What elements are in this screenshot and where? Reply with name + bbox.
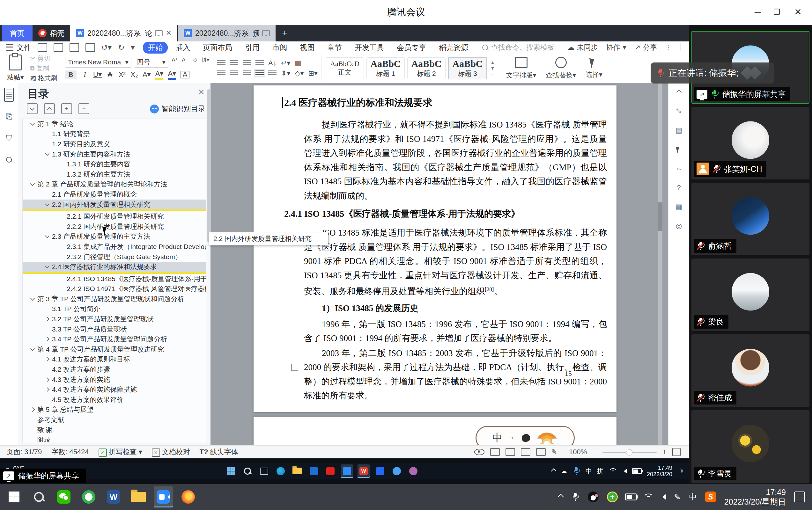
font-color-button[interactable]: A▾ xyxy=(168,69,176,80)
battery-icon[interactable] xyxy=(632,468,642,474)
view-mode-icon[interactable] xyxy=(521,448,530,456)
doc-proofing[interactable]: ✕文档校对 xyxy=(152,447,190,457)
outline-item[interactable]: 2.3.2 门径管理（Stage Gate System） xyxy=(23,252,206,262)
participant-tile[interactable]: 张笑妍-CH xyxy=(691,107,809,179)
columns-icon[interactable]: ▥ xyxy=(295,59,301,67)
style-正文[interactable]: AaBbCcD正文 xyxy=(326,57,364,79)
wrap-icon[interactable]: ↵▾ xyxy=(281,59,290,67)
docs-taskbar-icon[interactable] xyxy=(374,464,386,478)
caret-down-icon[interactable] xyxy=(30,347,35,351)
mail-taskbar-icon[interactable] xyxy=(308,464,320,478)
outline-item[interactable]: 1.3.1 研究的主要内容 xyxy=(23,159,206,169)
ribbon-tab-稻壳资源[interactable]: 稻壳资源 xyxy=(434,42,473,54)
outline-item[interactable]: 4.1 改进方案的原则和目标 xyxy=(23,355,206,365)
ime-mode[interactable]: 中 xyxy=(492,431,503,445)
caret-right-icon[interactable] xyxy=(45,337,50,341)
folder-taskbar-icon[interactable] xyxy=(129,486,148,507)
ribbon-tab-插入[interactable]: 插入 xyxy=(170,42,195,54)
outline-item[interactable]: 第 5 章 总结与展望 xyxy=(23,405,206,415)
sort-icon[interactable]: A↓ xyxy=(268,59,277,67)
export-icon[interactable] xyxy=(54,43,63,52)
increase-font-icon[interactable]: A⁺ xyxy=(171,57,179,67)
collapse-level-button[interactable]: − xyxy=(79,103,89,114)
document-area[interactable]: 2.4 医疗器械行业的标准和法规要求 提到医疗器械行业，就不得不提到国际标准 I… xyxy=(210,83,668,445)
bold-button[interactable]: B xyxy=(65,70,77,79)
outline-item[interactable]: 3.1 TP 公司简介 xyxy=(23,304,206,314)
missing-font[interactable]: T? 缺失字体 xyxy=(200,447,238,457)
shading-icon[interactable]: ◇▾ xyxy=(295,69,304,78)
number-list-icon[interactable] xyxy=(230,60,238,66)
document-scrollbar-track[interactable] xyxy=(658,83,662,445)
highlight-color-button[interactable]: A▾ xyxy=(155,69,164,80)
more-menu-icon[interactable]: ⋮ xyxy=(665,43,672,52)
document-page[interactable]: 2.4 医疗器械行业的标准和法规要求 提到医疗器械行业，就不得不提到国际标准 I… xyxy=(254,85,616,412)
outline-item[interactable]: 2.4.1 ISO 13485《医疗器械-质量管理体系-用于法规的要求》 xyxy=(23,274,206,284)
outline-item[interactable]: 致 谢 xyxy=(23,425,206,435)
cut-button[interactable]: ✂ 剪切 xyxy=(30,54,57,63)
netease-taskbar-icon[interactable] xyxy=(324,464,337,478)
outline-item[interactable]: 2.3.1 集成产品开发（Integrate Product Developme… xyxy=(23,242,206,252)
search-taskbar-icon[interactable] xyxy=(241,464,254,478)
document-scrollbar-thumb[interactable] xyxy=(658,202,662,231)
border-icon[interactable]: ⊞▾ xyxy=(308,69,317,78)
collapse-all-button[interactable] xyxy=(44,103,55,114)
eye-protect-icon[interactable] xyxy=(474,449,485,455)
tray-expand-icon[interactable] xyxy=(557,494,564,500)
participant-tile[interactable]: 密佳成 xyxy=(691,334,809,407)
maximize-button[interactable]: ❐ xyxy=(771,6,783,18)
wifi-icon[interactable] xyxy=(643,493,652,501)
speaker-icon[interactable] xyxy=(659,494,666,500)
outline-item[interactable]: 2.2 国内外研发质量管理相关研究 xyxy=(23,200,206,212)
ime-lang[interactable]: 中 xyxy=(585,467,592,475)
close-button[interactable]: ✕ xyxy=(791,6,804,18)
help-icon[interactable]: ? xyxy=(674,183,684,192)
taskbar-clock[interactable]: 17:49 2022/3/20 xyxy=(647,465,672,478)
participant-tile[interactable]: 李雪灵 xyxy=(691,410,809,483)
sync-status[interactable]: ☁未同步 xyxy=(568,43,598,52)
participant-tile[interactable]: 俞涵哲 xyxy=(691,183,809,255)
battery-icon[interactable] xyxy=(625,493,637,501)
ime-statusbar[interactable]: 中 ， xyxy=(475,426,575,445)
ribbon-tab-引用[interactable]: 引用 xyxy=(240,42,265,54)
fit-page-icon[interactable]: ⇔ xyxy=(674,164,684,173)
ribbon-tab-页面布局[interactable]: 页面布局 xyxy=(198,42,237,54)
align-right-icon[interactable] xyxy=(243,70,251,76)
pen-icon[interactable]: ✎ xyxy=(674,492,681,502)
word-count[interactable]: 字数: 45424 xyxy=(51,447,89,457)
mic-tray-icon[interactable] xyxy=(571,492,580,501)
copy-button[interactable]: ⧉ 复制 xyxy=(30,64,57,73)
underline-button[interactable]: U▾ xyxy=(93,70,102,79)
outline-item[interactable]: 第 2 章 产品研发质量管理的相关理论和方法 xyxy=(23,179,206,190)
wifi-icon[interactable] xyxy=(609,468,616,474)
zoom-slider-knob[interactable] xyxy=(626,449,633,455)
superscript-button[interactable]: X² xyxy=(118,70,126,79)
start-taskbar-icon[interactable] xyxy=(4,486,24,507)
tab-document-inactive[interactable]: W 20202480...济系_预答辩论文 xyxy=(178,25,276,41)
pinyin-icon[interactable]: 拼▾ xyxy=(202,57,209,67)
decrease-indent-icon[interactable] xyxy=(243,60,251,66)
qq-taskbar-icon[interactable] xyxy=(391,464,403,478)
outline-item[interactable]: 2.2.2 国内研发质量管理相关研究 xyxy=(23,221,206,232)
smart-outline-button[interactable]: 智能识别目录 xyxy=(150,104,205,114)
style-gallery-arrows[interactable]: ▲▼≡ xyxy=(490,61,495,76)
word-taskbar-icon[interactable]: W xyxy=(104,486,123,507)
outline-item[interactable]: 1.2 研究目的及意义 xyxy=(23,139,206,149)
onedrive-icon[interactable]: ☁ xyxy=(561,467,567,475)
mic-tray-icon[interactable] xyxy=(572,467,580,476)
action-center-icon[interactable] xyxy=(794,491,805,502)
bookmark-panel-icon[interactable]: ⛉ xyxy=(4,133,14,143)
music-taskbar-icon[interactable] xyxy=(407,464,419,478)
speaker-icon[interactable] xyxy=(621,469,627,474)
zoom-in-button[interactable]: + xyxy=(662,448,667,456)
outline-item[interactable]: 1.1 研究背景 xyxy=(23,129,206,139)
night-mode-icon[interactable]: ☽ xyxy=(677,467,683,475)
outline-item[interactable]: 3.2 TP 公司产品研发质量管理现状 xyxy=(23,314,206,324)
caret-down-icon[interactable] xyxy=(45,234,50,238)
caret-right-icon[interactable] xyxy=(45,357,50,361)
taskbar-clock[interactable]: 17:49 2022/3/20/星期日 xyxy=(724,487,786,507)
print-icon[interactable] xyxy=(69,43,79,52)
outline-item[interactable]: 第 4 章 TP 公司产品研发质量管理改进研究 xyxy=(23,344,206,355)
task-view-taskbar-icon[interactable] xyxy=(258,464,270,478)
outline-item[interactable]: 2.4.2 ISO 14971《医疗器械 风险管理对医疗器械的应用》 xyxy=(23,284,206,294)
outline-close-icon[interactable]: ✕ xyxy=(198,87,205,97)
